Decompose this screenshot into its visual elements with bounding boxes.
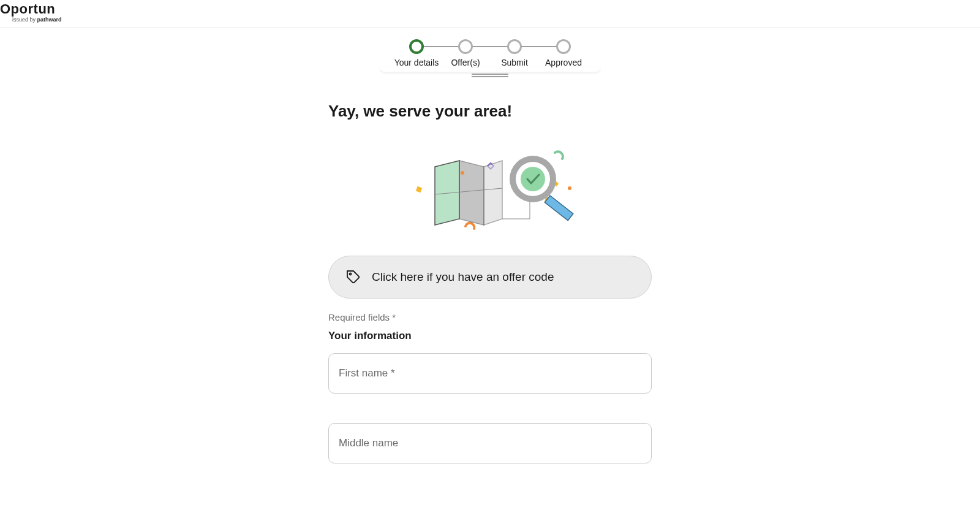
step-label: Submit <box>501 58 528 67</box>
step-circle-icon <box>458 39 473 54</box>
svg-rect-0 <box>416 186 422 193</box>
logo: Oportun issued by pathward <box>0 2 980 23</box>
offer-code-button[interactable]: Click here if you have an offer code <box>328 256 652 299</box>
step-circle-icon <box>556 39 571 54</box>
logo-brand-name: Oportun <box>0 2 980 16</box>
step-label: Approved <box>545 58 582 67</box>
svg-marker-6 <box>459 161 484 225</box>
tag-icon <box>346 270 361 284</box>
step-approved: Approved <box>539 39 588 67</box>
area-served-illustration <box>328 145 652 237</box>
page-title: Yay, we serve your area! <box>328 102 652 121</box>
logo-tagline: issued by pathward <box>0 17 980 23</box>
app-header: Oportun issued by pathward <box>0 0 980 28</box>
stepper-drag-handle[interactable] <box>472 74 508 77</box>
progress-stepper: Your details Offer(s) Submit Approved <box>0 28 980 71</box>
svg-point-4 <box>568 186 571 190</box>
step-label: Offer(s) <box>451 58 480 67</box>
magnifier-icon <box>510 156 573 221</box>
main-content: Yay, we serve your area! <box>328 77 652 507</box>
map-icon <box>435 161 502 225</box>
svg-marker-7 <box>484 161 502 225</box>
step-label: Your details <box>394 58 439 67</box>
svg-point-14 <box>521 167 545 191</box>
first-name-field[interactable] <box>328 353 652 394</box>
svg-marker-5 <box>435 161 459 225</box>
middle-name-field[interactable] <box>328 423 652 463</box>
map-magnifier-illustration-icon <box>398 145 582 237</box>
your-information-heading: Your information <box>328 330 652 342</box>
svg-point-9 <box>461 171 464 175</box>
offer-code-label: Click here if you have an offer code <box>372 270 554 284</box>
step-circle-icon <box>409 39 424 54</box>
svg-rect-15 <box>545 196 573 221</box>
step-submit: Submit <box>490 39 539 67</box>
step-circle-icon <box>507 39 522 54</box>
required-fields-note: Required fields * <box>328 312 652 322</box>
svg-point-16 <box>350 273 352 275</box>
step-your-details: Your details <box>392 39 441 67</box>
step-offers: Offer(s) <box>441 39 490 67</box>
